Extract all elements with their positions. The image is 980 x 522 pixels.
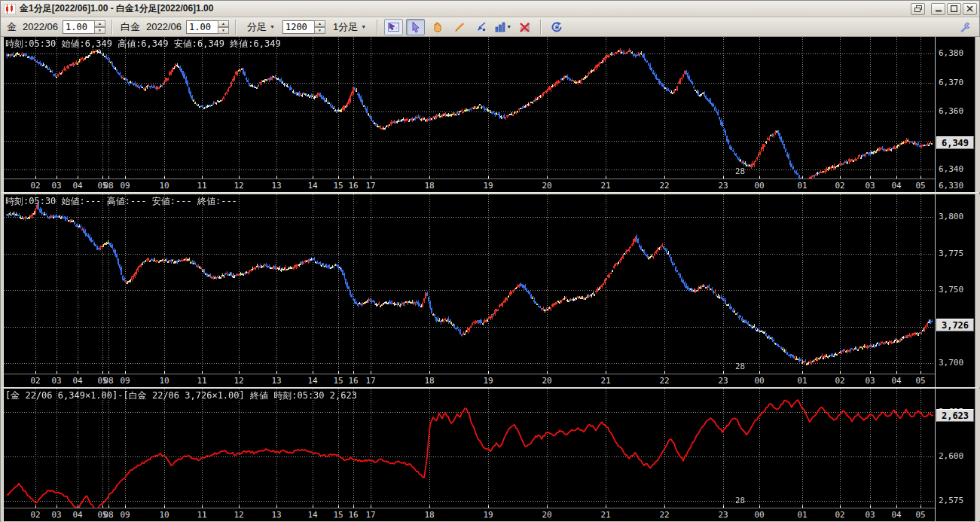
x-axis-tick-label: 09 [120,510,130,520]
spread-time-axis: 0203040508091011121314151617181920212223… [4,508,935,521]
x-axis-tick-label: 18 [424,376,434,386]
x-axis-tick-label: 01 [797,181,807,191]
x-axis-tick-label: 04 [72,181,82,191]
gold-chart-plot[interactable] [4,37,935,179]
spread-chart-panel: [金 22/06 6,349×1.00]-[白金 22/06 3,726×1.0… [3,389,980,521]
x-axis-tick-label: 08 [103,510,113,520]
window-frame-right [975,37,980,192]
toolbar-separator [111,20,113,35]
y-axis-tick-label: 3,775 [939,249,963,258]
x-axis-tick-label: 21 [600,181,610,191]
x-axis-tick-label: 21 [600,376,610,386]
chart-cursor-button[interactable] [384,19,403,35]
restore-window-button[interactable] [911,3,925,15]
x-axis-tick-label: 03 [51,376,61,386]
x-axis-tick-label: 22 [659,510,669,520]
app-window: 金1分足[2022/06]1.00 - 白金1分足[2022/06]1.00 [0,0,980,522]
bar-type-dropdown[interactable]: 1分足 ▼ [328,18,371,36]
interval-type-label: 分足 [247,20,267,34]
x-axis-tick-label: 01 [797,376,807,386]
x-axis-tick-label: 01 [797,510,807,520]
x-axis-tick-label: 23 [718,181,728,191]
bar-chart-button[interactable]: ▼ [493,19,512,35]
x-axis-tick-label: 12 [234,181,243,191]
bar-count-down-button[interactable]: ▼ [314,27,325,34]
x-axis-tick-label: 11 [197,510,206,520]
bar-type-label: 1分足 [333,20,358,34]
x-axis-tick-label: 00 [754,376,764,386]
candlestick-app-icon [4,4,16,14]
x-axis-tick-label: 04 [72,376,82,386]
platinum-chart-plot[interactable] [4,194,935,374]
close-button[interactable] [963,3,977,15]
y-axis-tick-label: 3,750 [939,285,963,295]
y-axis-tick-label: 6,370 [939,78,963,87]
x-axis-tick-label: 05 [915,510,925,520]
interval-type-dropdown[interactable]: 分足 ▼ [243,18,279,36]
select-arrow-button[interactable] [406,19,425,35]
current-price-label: 2,623 [936,409,974,422]
x-axis-tick-label: 22 [659,181,669,191]
x-axis-tick-label: 05 [915,376,925,386]
bar-chart-icon [494,21,506,33]
x-axis-tick-label: 15 [333,510,343,520]
y-axis-tick-label: 2,600 [939,451,963,461]
x-axis-tick-label: 14 [307,510,317,520]
gold-multiplier-spinner: ▲▼ [63,20,105,34]
reload-button[interactable]: R [548,19,566,35]
window-frame-right [975,389,980,521]
settings-wrench-button[interactable] [956,19,975,35]
x-axis-tick-label: 16 [348,181,358,191]
x-axis-tick-label: 09 [120,376,130,386]
gold-chart-panel: 時刻:05:30 始値:6,349 高値:6,349 安値:6,349 終値:6… [3,37,980,192]
toolbar-separator [235,20,237,35]
delete-drawings-button[interactable] [515,19,534,35]
gold-multiplier-up-button[interactable]: ▲ [94,20,105,27]
platinum-multiplier-input[interactable] [186,20,218,34]
x-axis-tick-label: 19 [483,376,493,386]
bar-count-spinner: ▲▼ [282,20,325,34]
close-icon [966,5,973,12]
chart-cursor-icon [387,21,400,33]
x-axis-tick-label: 02 [30,510,40,520]
title-bar[interactable]: 金1分足[2022/06]1.00 - 白金1分足[2022/06]1.00 [1,1,979,17]
select-arrow-icon [410,21,421,33]
svg-text:R: R [555,25,559,30]
gold-time-axis: 0203040508091011121314151617181920212223… [4,179,935,192]
x-axis-tick-label: 13 [271,376,281,386]
spread-chart-plot[interactable] [4,389,935,508]
hand-pan-button[interactable] [428,19,447,35]
gold-multiplier-input[interactable] [63,20,94,34]
x-axis-tick-label: 03 [865,376,875,386]
delete-drawings-icon [519,21,531,33]
pencil-draw-button[interactable] [450,19,469,35]
bar-count-input[interactable] [282,20,314,34]
x-axis-tick-label: 03 [51,510,61,520]
gold-multiplier-down-button[interactable]: ▼ [94,27,105,34]
maximize-icon [951,5,957,12]
x-axis-tick-label: 02 [30,376,40,386]
x-axis-tick-label: 11 [197,376,206,386]
minimize-button[interactable] [931,3,945,15]
platinum-multiplier-up-button[interactable]: ▲ [218,20,229,27]
x-axis-tick-label: 20 [542,181,551,191]
hand-pan-icon [432,21,444,33]
x-axis-tick-label: 03 [51,181,61,191]
gold-price-axis: 6,3806,3706,3606,3506,3406,3306,349 [935,37,975,192]
x-axis-tick-label: 00 [754,181,764,191]
x-axis-tick-label: 14 [307,376,317,386]
x-axis-tick-label: 23 [718,376,728,386]
toolbar-separator [540,20,542,35]
minimize-icon [936,6,942,12]
platinum-contract-month: 2022/06 [146,21,182,32]
platinum-multiplier-down-button[interactable]: ▼ [218,27,229,34]
bar-count-up-button[interactable]: ▲ [314,20,325,27]
x-axis-tick-label: 03 [865,181,875,191]
y-axis-tick-label: 6,380 [939,48,963,58]
maximize-button[interactable] [947,3,961,15]
pen-tool-button[interactable] [472,19,490,35]
x-axis-tick-label: 04 [891,510,901,520]
y-axis-tick-label: 6,360 [939,106,963,116]
x-axis-tick-label: 11 [197,181,206,191]
x-axis-tick-label: 21 [600,510,610,520]
